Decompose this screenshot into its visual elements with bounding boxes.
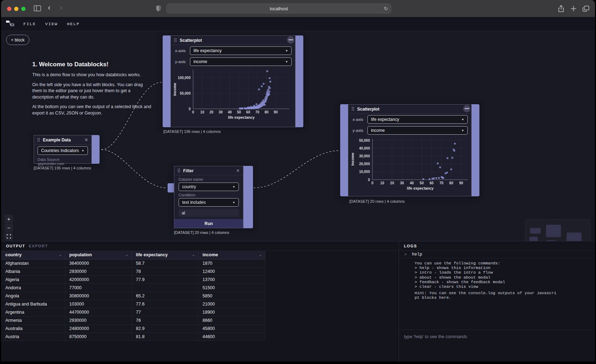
menu-item-help[interactable]: HELP bbox=[67, 22, 80, 26]
fit-view-button[interactable] bbox=[5, 232, 13, 241]
x-axis-select[interactable]: life expectancy ▼ bbox=[367, 115, 468, 124]
x-axis-select[interactable]: life expectancy ▼ bbox=[190, 46, 292, 55]
privacy-shield-icon bbox=[156, 5, 161, 13]
table-cell: 103000 bbox=[65, 300, 131, 308]
flow-editor-canvas[interactable]: + block 1. Welcome to Datablocks! This i… bbox=[1, 31, 595, 241]
svg-text:80: 80 bbox=[449, 181, 454, 185]
filter-query-input[interactable] bbox=[179, 209, 239, 217]
table-cell: 58.7 bbox=[131, 259, 198, 267]
input-port[interactable] bbox=[163, 35, 170, 127]
block-header: Scatterplot ✕ bbox=[348, 105, 471, 114]
column-header-country[interactable]: country▲ bbox=[1, 251, 65, 259]
sort-asc-icon: ▲ bbox=[192, 254, 195, 256]
sidebar-toggle-icon[interactable] bbox=[34, 5, 41, 12]
tab-output[interactable]: OUTPUT bbox=[6, 244, 25, 248]
new-tab-icon[interactable] bbox=[570, 6, 577, 12]
table-cell: 2930000 bbox=[65, 267, 131, 275]
column-header-life-expectancy[interactable]: life expectancy▲ bbox=[131, 251, 198, 259]
log-response-line: > clear - clears this view bbox=[415, 284, 591, 289]
block-header: Scatterplot ✕ bbox=[171, 36, 295, 45]
table-cell: 42000000 bbox=[65, 275, 131, 284]
chart-options-button[interactable]: ••• bbox=[287, 36, 294, 44]
table-cell: 78 bbox=[131, 267, 198, 275]
back-button[interactable]: ‹ bbox=[48, 4, 50, 11]
input-port[interactable] bbox=[340, 104, 348, 196]
svg-text:90: 90 bbox=[274, 110, 278, 114]
x-axis-label: x-axis bbox=[175, 49, 190, 53]
condition-select[interactable]: text includes ▼ bbox=[179, 198, 239, 207]
table-row: Andorra7700051500 bbox=[1, 284, 265, 292]
share-icon[interactable] bbox=[558, 5, 564, 12]
svg-text:40: 40 bbox=[228, 110, 232, 114]
menu-item-view[interactable]: VIEW bbox=[45, 22, 58, 26]
output-port[interactable] bbox=[243, 166, 253, 228]
run-button[interactable]: Run bbox=[174, 219, 243, 228]
table-row: Albania29300007812400 bbox=[1, 267, 265, 275]
block-title: Example Data bbox=[43, 138, 71, 142]
table-cell: 45800 bbox=[198, 324, 265, 332]
welcome-paragraph: At the bottom you can see the output of … bbox=[32, 104, 152, 116]
table-cell: 82.9 bbox=[131, 324, 198, 332]
output-port[interactable] bbox=[472, 104, 479, 196]
column-select[interactable]: country ▼ bbox=[179, 183, 239, 191]
scatter-chart-1: 0102030405060708090050,000100,000life ex… bbox=[171, 67, 295, 127]
dataset-select[interactable]: Countries Indicators ▼ bbox=[38, 146, 88, 155]
log-command-input[interactable] bbox=[404, 334, 590, 339]
output-port[interactable] bbox=[92, 135, 100, 164]
table-cell: 81.8 bbox=[131, 332, 198, 341]
tab-export[interactable]: EXPORT bbox=[29, 244, 48, 248]
chevron-down-icon: ▼ bbox=[285, 49, 288, 52]
scatterplot-block-2: Scatterplot ✕ x-axis life expectancy ▼ y… bbox=[340, 104, 479, 196]
wire-exampledata-to-filter bbox=[101, 150, 167, 188]
drag-handle-icon[interactable] bbox=[352, 106, 354, 112]
drag-handle-icon[interactable] bbox=[37, 137, 40, 143]
column-header-population[interactable]: population▲ bbox=[65, 251, 131, 259]
drag-handle-icon[interactable] bbox=[174, 37, 177, 44]
chart-options-button[interactable]: ••• bbox=[463, 105, 471, 112]
table-cell: 44700000 bbox=[65, 308, 131, 316]
log-hint: Hint: You can see the console.log output… bbox=[415, 291, 591, 300]
zoom-window-button[interactable] bbox=[21, 7, 26, 11]
table-cell: 8660 bbox=[198, 316, 265, 324]
drag-handle-icon[interactable] bbox=[178, 168, 180, 174]
close-icon[interactable]: ✕ bbox=[236, 168, 240, 173]
minimap[interactable] bbox=[525, 219, 591, 241]
logs-title: LOGS bbox=[404, 244, 417, 248]
scatterplot-block-1: Scatterplot ✕ x-axis life expectancy ▼ y… bbox=[163, 35, 303, 127]
welcome-title: 1. Welcome to Datablocks! bbox=[32, 61, 152, 68]
table-cell: 24800000 bbox=[65, 324, 131, 332]
svg-text:60: 60 bbox=[429, 181, 434, 185]
table-cell: Algeria bbox=[1, 275, 65, 284]
canvas-left-edge bbox=[3, 31, 4, 241]
reload-icon[interactable]: ↻ bbox=[384, 6, 388, 11]
table-cell: 1870 bbox=[198, 259, 265, 267]
table-cell: 77000 bbox=[65, 284, 131, 292]
output-port[interactable] bbox=[296, 35, 303, 127]
address-bar[interactable]: localhost ↻ bbox=[166, 3, 392, 14]
zoom-in-button[interactable]: + bbox=[5, 214, 13, 223]
column-header-income[interactable]: income▲ bbox=[198, 251, 265, 259]
add-block-button[interactable]: + block bbox=[6, 35, 29, 45]
y-axis-select[interactable]: income ▼ bbox=[367, 126, 468, 135]
table-cell: 44600 bbox=[198, 332, 265, 341]
log-command-entry[interactable]: > help bbox=[399, 251, 595, 258]
svg-text:70: 70 bbox=[439, 181, 444, 185]
example-data-block: Example Data ✕ Countries Indicators ▼ Da… bbox=[34, 135, 100, 164]
minimize-window-button[interactable] bbox=[14, 7, 18, 11]
zoom-out-button[interactable]: − bbox=[5, 223, 13, 232]
log-response-line: > about - shows the about modal bbox=[415, 275, 591, 280]
table-row: Australia2480000082.945800 bbox=[1, 324, 265, 332]
table-cell: 65.2 bbox=[131, 292, 198, 300]
forward-button[interactable]: › bbox=[60, 4, 62, 11]
scatter-chart-1-svg: 0102030405060708090050,000100,000life ex… bbox=[173, 67, 293, 121]
browser-titlebar: ‹ › localhost ↻ bbox=[1, 0, 595, 17]
y-axis-select[interactable]: income ▼ bbox=[190, 57, 292, 66]
tab-overview-icon[interactable] bbox=[583, 6, 589, 12]
log-response: You can use the following commands:> hel… bbox=[399, 258, 595, 330]
close-window-button[interactable] bbox=[7, 7, 11, 11]
chevron-down-icon: ▼ bbox=[461, 118, 464, 121]
table-cell: 8750000 bbox=[65, 332, 131, 341]
menu-item-file[interactable]: FILE bbox=[23, 22, 36, 26]
close-icon[interactable]: ✕ bbox=[84, 138, 88, 142]
log-hint-line: Hint: You can see the console.log output… bbox=[415, 291, 591, 295]
